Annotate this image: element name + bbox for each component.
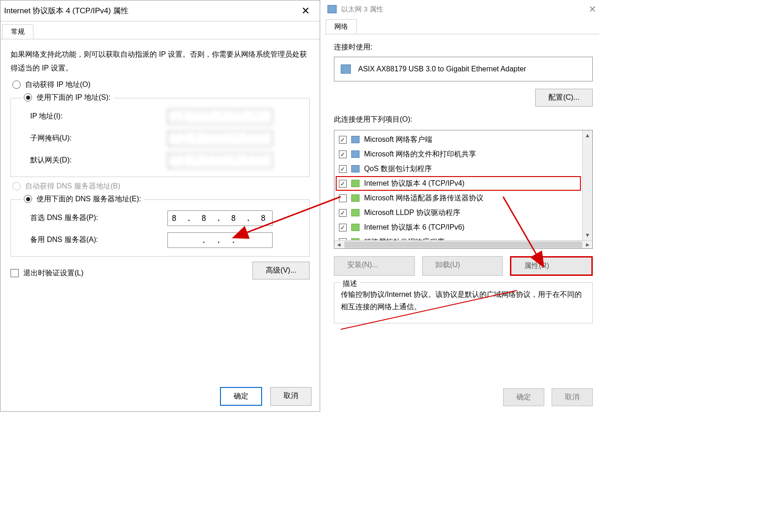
close-icon[interactable]: ✕ — [589, 4, 596, 15]
protocol-icon — [351, 180, 359, 187]
tab-bar: 网络 — [325, 18, 599, 34]
tab-bar: 常规 — [0, 21, 320, 39]
dialog-title: Internet 协议版本 4 (TCP/IPv4) 属性 — [4, 5, 295, 16]
dialog-title: 以太网 3 属性 — [341, 5, 383, 14]
adapter-icon — [341, 64, 351, 74]
list-item-label: Microsoft LLDP 协议驱动程序 — [364, 208, 460, 218]
properties-button[interactable]: 属性(R) — [510, 256, 593, 276]
input-dns2[interactable]: . . . — [167, 232, 273, 248]
scroll-thumb[interactable] — [344, 242, 582, 248]
install-button[interactable]: 安装(N)... — [334, 256, 415, 276]
radio-label: 自动获得 DNS 服务器地址(B) — [25, 182, 120, 191]
list-item-label: Microsoft 网络客户端 — [364, 135, 432, 145]
dialog-body: 连接时使用: ASIX AX88179 USB 3.0 to Gigabit E… — [325, 34, 599, 323]
ipv4-properties-dialog: Internet 协议版本 4 (TCP/IPv4) 属性 ✕ 常规 如果网络支… — [0, 0, 320, 412]
input-gateway[interactable]: ··· . ··· . ··· . · — [167, 153, 273, 168]
advanced-button[interactable]: 高级(V)... — [252, 262, 310, 279]
row-mask: 子网掩码(U): ··· . ··· . ··· . · — [30, 131, 301, 146]
radio-label: 自动获得 IP 地址(O) — [25, 80, 91, 90]
label-ip: IP 地址(I): — [30, 112, 167, 121]
input-ip[interactable]: · . ··· . ·· . ··· — [167, 109, 273, 124]
protocol-icon — [351, 194, 359, 202]
input-mask[interactable]: ··· . ··· . ··· . · — [167, 131, 273, 146]
item-buttons: 安装(N)... 卸载(U) 属性(R) — [334, 256, 593, 276]
radio-auto-ip[interactable]: 自动获得 IP 地址(O) — [12, 80, 310, 90]
label-connect-using: 连接时使用: — [334, 43, 593, 52]
radio-label: 使用下面的 IP 地址(S): — [37, 93, 111, 102]
checkbox-icon[interactable] — [339, 224, 347, 231]
tab-network[interactable]: 网络 — [326, 19, 357, 34]
row-dns2: 备用 DNS 服务器(A): . . . — [30, 232, 301, 248]
radio-icon — [24, 195, 32, 203]
label-dns2: 备用 DNS 服务器(A): — [30, 235, 167, 245]
titlebar: Internet 协议版本 4 (TCP/IPv4) 属性 ✕ — [0, 0, 320, 21]
list-item[interactable]: Microsoft 网络的文件和打印机共享 — [335, 147, 581, 161]
label-gateway: 默认网关(D): — [30, 156, 167, 165]
dialog-footer: 确定 取消 — [503, 388, 593, 406]
checkbox-icon[interactable] — [339, 194, 347, 202]
row-ip: IP 地址(I): · . ··· . ·· . ··· — [30, 109, 301, 124]
list-item-label: Internet 协议版本 6 (TCP/IPv6) — [364, 223, 465, 232]
adapter-box[interactable]: ASIX AX88179 USB 3.0 to Gigabit Ethernet… — [334, 57, 593, 81]
row-dns1: 首选 DNS 服务器(P): 8 . 8 . 8 . 8 — [30, 210, 301, 226]
static-dns-group: 使用下面的 DNS 服务器地址(E): 首选 DNS 服务器(P): 8 . 8… — [11, 199, 310, 257]
cancel-button[interactable]: 取消 — [552, 388, 593, 406]
list-item[interactable]: Internet 协议版本 6 (TCP/IPv6) — [335, 220, 581, 235]
label-dns1: 首选 DNS 服务器(P): — [30, 213, 167, 223]
description-text: 传输控制协议/Internet 协议。该协议是默认的广域网络协议，用于在不同的相… — [341, 290, 582, 311]
ethernet-icon — [327, 5, 337, 13]
checkbox-icon[interactable] — [339, 150, 347, 158]
tab-general[interactable]: 常规 — [2, 24, 33, 39]
list-item[interactable]: QoS 数据包计划程序 — [335, 161, 581, 176]
scroll-up-icon[interactable]: ▲ — [583, 130, 592, 140]
list-item-label: QoS 数据包计划程序 — [364, 164, 432, 174]
radio-static-dns[interactable]: 使用下面的 DNS 服务器地址(E): — [21, 194, 144, 204]
protocol-icon — [351, 136, 359, 143]
radio-icon — [12, 182, 21, 190]
ethernet-properties-dialog: 以太网 3 属性 ✕ 网络 连接时使用: ASIX AX88179 USB 3.… — [325, 0, 599, 412]
list-item[interactable]: Internet 协议版本 4 (TCP/IPv4) — [336, 176, 581, 191]
label-items: 此连接使用下列项目(O): — [334, 115, 593, 124]
checkbox-icon[interactable] — [339, 165, 347, 173]
configure-button[interactable]: 配置(C)... — [535, 89, 593, 107]
radio-label: 使用下面的 DNS 服务器地址(E): — [37, 194, 141, 204]
cancel-button[interactable]: 取消 — [270, 387, 311, 406]
description-box: 描述 传输控制协议/Internet 协议。该协议是默认的广域网络协议，用于在不… — [334, 282, 593, 323]
protocol-icon — [351, 209, 359, 216]
label-mask: 子网掩码(U): — [30, 134, 167, 143]
adapter-name: ASIX AX88179 USB 3.0 to Gigabit Ethernet… — [358, 65, 526, 73]
radio-icon — [24, 93, 32, 102]
checkbox-icon[interactable] — [339, 209, 347, 217]
horizontal-scrollbar[interactable]: ◄ ► — [334, 240, 592, 248]
ok-button[interactable]: 确定 — [503, 388, 544, 406]
scroll-down-icon[interactable]: ▼ — [583, 230, 592, 240]
list-item-label: Internet 协议版本 4 (TCP/IPv4) — [364, 179, 465, 188]
dialog-footer: 确定 取消 — [220, 387, 311, 406]
dialog-body: 如果网络支持此功能，则可以获取自动指派的 IP 设置。否则，你需要从网络系统管理… — [0, 39, 320, 282]
protocol-icon — [351, 150, 359, 158]
radio-static-ip[interactable]: 使用下面的 IP 地址(S): — [21, 93, 113, 102]
scroll-right-icon[interactable]: ► — [583, 242, 592, 248]
titlebar: 以太网 3 属性 ✕ — [325, 0, 599, 18]
list-item-label: Microsoft 网络的文件和打印机共享 — [364, 150, 476, 159]
list-item-label: Microsoft 网络适配器多路传送器协议 — [364, 193, 483, 203]
vertical-scrollbar[interactable]: ▲ ▼ — [582, 130, 592, 240]
row-gateway: 默认网关(D): ··· . ··· . ··· . · — [30, 153, 301, 168]
description-legend: 描述 — [340, 277, 360, 290]
uninstall-button[interactable]: 卸载(U) — [422, 256, 503, 276]
protocol-icon — [351, 165, 359, 172]
list-item[interactable]: Microsoft 网络客户端 — [335, 132, 581, 147]
list-item[interactable]: Microsoft 网络适配器多路传送器协议 — [335, 191, 581, 205]
static-ip-group: 使用下面的 IP 地址(S): IP 地址(I): · . ··· . ·· .… — [11, 98, 310, 177]
list-item[interactable]: Microsoft LLDP 协议驱动程序 — [335, 205, 581, 220]
checkbox-icon[interactable] — [339, 180, 347, 188]
radio-auto-dns: 自动获得 DNS 服务器地址(B) — [12, 182, 310, 191]
ok-button[interactable]: 确定 — [220, 387, 262, 406]
checkbox-icon[interactable] — [339, 136, 347, 144]
input-dns1[interactable]: 8 . 8 . 8 . 8 — [167, 210, 273, 226]
radio-icon — [12, 81, 21, 89]
close-icon[interactable]: ✕ — [295, 0, 316, 21]
scroll-left-icon[interactable]: ◄ — [334, 242, 343, 248]
protocol-icon — [351, 224, 359, 231]
info-text: 如果网络支持此功能，则可以获取自动指派的 IP 设置。否则，你需要从网络系统管理… — [11, 48, 310, 75]
